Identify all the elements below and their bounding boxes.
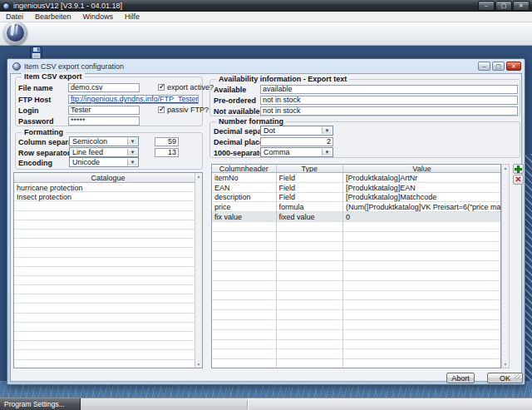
columns-table-row[interactable] (212, 330, 500, 340)
catalogue-row[interactable] (14, 258, 202, 267)
catalogue-body: hurricane protectionInsect protection (14, 183, 202, 368)
catalogue-scrollbar[interactable]: ▲ ▼ (195, 173, 202, 368)
columns-table-row[interactable]: fix valuefixed value0 (212, 212, 500, 222)
export-active-checkbox[interactable]: export active? (158, 83, 214, 91)
maximize-button[interactable]: ▢ (495, 1, 512, 11)
catalogue-row[interactable] (14, 350, 202, 359)
group-number-formating-title: Number formating (216, 117, 286, 126)
menu-hilfe[interactable]: Hilfe (119, 12, 145, 22)
catalogue-row[interactable]: Insect protection (14, 192, 202, 201)
columns-table-scrollbar[interactable]: ▲ ▼ (501, 164, 510, 368)
columns-table-row[interactable] (212, 320, 500, 330)
dialog-maximize-button[interactable]: ▢ (492, 62, 505, 71)
application-window: ingeniousV12 [V3.9.1 - 04.01.18] – ▢ ✕ D… (0, 0, 532, 410)
scroll-up-icon[interactable]: ▲ (502, 165, 509, 170)
catalogue-row[interactable] (14, 276, 202, 285)
value-column-header[interactable]: Value (343, 165, 500, 172)
login-input[interactable]: Tester (68, 106, 140, 115)
column-separator-select[interactable]: Semicolon (69, 136, 139, 146)
catalogue-row[interactable] (14, 267, 202, 276)
abort-button[interactable]: Abort (446, 373, 475, 383)
row-separator-code-field[interactable]: 13 (155, 148, 179, 157)
columns-table-row[interactable]: priceformula(Num([Produktkatalog]VK Prei… (212, 202, 500, 212)
preordered-input[interactable]: not in stock (260, 96, 518, 105)
catalogue-row[interactable] (14, 220, 202, 230)
type-column-header[interactable]: Type (277, 165, 344, 172)
catalogue-row[interactable] (14, 230, 202, 239)
dialog-logo-icon (12, 62, 21, 71)
catalogue-row[interactable] (14, 211, 202, 220)
close-button[interactable]: ✕ (513, 1, 530, 11)
catalogue-column-header[interactable]: Catalogue (14, 173, 202, 182)
catalogue-row[interactable] (14, 201, 202, 210)
catalogue-row[interactable] (14, 248, 202, 257)
columns-table-row[interactable] (212, 232, 500, 242)
passiv-ftp-checkbox[interactable]: passiv FTP? (158, 106, 209, 114)
menu-bearbeiten[interactable]: Bearbeiten (29, 12, 77, 22)
dialog-item-csv-export: Item CSV export configuration – ▢ ✕ Item… (7, 58, 525, 385)
catalogue-row[interactable] (14, 314, 202, 323)
scroll-down-icon[interactable]: ▼ (502, 362, 509, 367)
columns-table-row[interactable] (212, 281, 500, 291)
columns-table-row[interactable] (212, 242, 500, 252)
file-name-input[interactable]: demo.csv (68, 83, 140, 92)
menu-windows[interactable]: Windows (77, 12, 120, 22)
taskbar-item-program-settings[interactable]: Program Settings... (0, 398, 81, 410)
dialog-close-button[interactable]: ✕ (506, 62, 521, 71)
columns-table-row[interactable] (212, 291, 500, 301)
checkbox-check-icon (158, 84, 165, 91)
catalogue-row[interactable] (14, 294, 202, 304)
columns-table-row[interactable]: descriptionField[Produktkatalog]Matchcod… (212, 193, 500, 203)
minimize-button[interactable]: – (478, 1, 495, 11)
columns-table-row[interactable] (212, 271, 500, 281)
notavailable-label: Not available (214, 107, 260, 116)
columns-table-row[interactable]: itemNoField[Produktkatalog]ArtNr (212, 173, 500, 183)
dialog-titlebar[interactable]: Item CSV export configuration – ▢ ✕ (7, 59, 525, 73)
checkbox-check-icon (158, 106, 165, 113)
save-icon[interactable] (30, 47, 42, 59)
row-separator-select[interactable]: Line feed (69, 147, 139, 157)
statusbar-divider (247, 400, 248, 409)
columns-table-row[interactable] (212, 359, 500, 368)
columns-table-row[interactable] (212, 349, 500, 359)
available-input[interactable]: available (260, 85, 518, 94)
scroll-up-icon[interactable]: ▲ (195, 174, 202, 179)
catalogue-row[interactable]: hurricane protection (14, 183, 202, 192)
columns-table-row[interactable] (212, 251, 500, 261)
decimal-places-input[interactable]: 2 (260, 137, 333, 146)
menubar: Datei Bearbeiten Windows Hilfe (0, 12, 532, 22)
columns-table-row[interactable] (212, 222, 500, 232)
delete-row-button[interactable]: ✕ (513, 175, 524, 185)
columns-table-row[interactable] (212, 261, 500, 271)
dialog-title: Item CSV export configuration (24, 62, 124, 71)
thousand-separator-select[interactable]: Comma (260, 147, 333, 157)
catalogue-row[interactable] (14, 332, 202, 341)
columnheader-column-header[interactable]: Columnheader (212, 165, 277, 172)
statusbar: Program Settings... (0, 398, 532, 410)
resize-grip[interactable] (515, 374, 520, 380)
columns-table-row[interactable] (212, 340, 500, 350)
password-input[interactable]: ***** (68, 116, 140, 126)
decimal-separator-select[interactable]: Dot (260, 126, 333, 136)
columns-table-header-row: Columnheader Type Value (212, 165, 500, 173)
columns-table-body: itemNoField[Produktkatalog]ArtNrEANField… (212, 173, 500, 368)
row-separator-label: Row separator (18, 149, 71, 157)
catalogue-row[interactable] (14, 341, 202, 350)
ftp-host-input[interactable]: ftp://ingenious.dyndns.info/FTP_Tester/i… (68, 95, 199, 104)
columns-table-row[interactable] (212, 310, 500, 320)
columns-table-row[interactable]: EANField[Produktkatalog]EAN (212, 183, 500, 193)
column-separator-code-field[interactable]: 59 (155, 137, 179, 146)
ftp-host-link[interactable]: ftp://ingenious.dyndns.info/FTP_Tester/i… (71, 96, 199, 103)
scroll-down-icon[interactable]: ▼ (195, 362, 202, 367)
columns-table-row[interactable] (212, 300, 500, 310)
catalogue-row[interactable] (14, 323, 202, 332)
catalogue-row[interactable] (14, 239, 202, 248)
catalogue-row[interactable] (14, 360, 202, 368)
notavailable-input[interactable]: not in stock (260, 106, 518, 116)
add-row-button[interactable] (513, 164, 524, 174)
dialog-minimize-button[interactable]: – (478, 62, 490, 71)
catalogue-row[interactable] (14, 285, 202, 294)
encoding-select[interactable]: Unicode (69, 157, 139, 167)
statusbar-middle-section (81, 398, 247, 410)
catalogue-row[interactable] (14, 304, 202, 313)
